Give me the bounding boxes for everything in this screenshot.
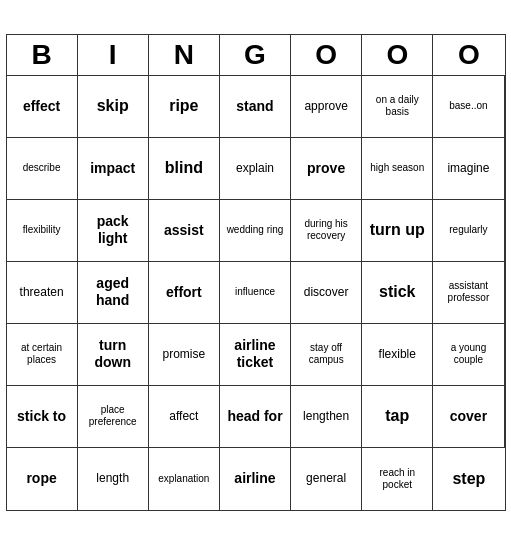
cell-r2-c6: regularly xyxy=(433,200,504,262)
cell-r3-c0: threaten xyxy=(7,262,78,324)
cell-r4-c2: promise xyxy=(149,324,220,386)
header-row: BINGOOO xyxy=(7,35,505,76)
cell-r5-c6: cover xyxy=(433,386,504,448)
cell-r0-c3: stand xyxy=(220,76,291,138)
cell-r4-c4: stay off campus xyxy=(291,324,362,386)
cell-r4-c1: turn down xyxy=(78,324,149,386)
cell-r1-c2: blind xyxy=(149,138,220,200)
cell-r3-c1: aged hand xyxy=(78,262,149,324)
cell-r5-c1: place preference xyxy=(78,386,149,448)
cell-r1-c6: imagine xyxy=(433,138,504,200)
cell-r5-c0: stick to xyxy=(7,386,78,448)
cell-r2-c5: turn up xyxy=(362,200,433,262)
cell-r4-c3: airline ticket xyxy=(220,324,291,386)
cell-r1-c4: prove xyxy=(291,138,362,200)
header-letter-b-0: B xyxy=(7,35,78,75)
header-letter-i-1: I xyxy=(78,35,149,75)
header-letter-g-3: G xyxy=(220,35,291,75)
cell-r6-c6: step xyxy=(433,448,504,510)
cell-r6-c3: airline xyxy=(220,448,291,510)
cell-r6-c2: explanation xyxy=(149,448,220,510)
cell-r5-c2: affect xyxy=(149,386,220,448)
cell-r5-c3: head for xyxy=(220,386,291,448)
cell-r5-c4: lengthen xyxy=(291,386,362,448)
cell-r3-c4: discover xyxy=(291,262,362,324)
cell-r1-c3: explain xyxy=(220,138,291,200)
cell-r2-c2: assist xyxy=(149,200,220,262)
cell-r1-c1: impact xyxy=(78,138,149,200)
cell-r0-c2: ripe xyxy=(149,76,220,138)
cell-r1-c5: high season xyxy=(362,138,433,200)
cell-r6-c1: length xyxy=(78,448,149,510)
header-letter-o-5: O xyxy=(362,35,433,75)
cell-r0-c1: skip xyxy=(78,76,149,138)
header-letter-o-6: O xyxy=(433,35,504,75)
header-letter-o-4: O xyxy=(291,35,362,75)
cell-r4-c6: a young couple xyxy=(433,324,504,386)
cell-r3-c5: stick xyxy=(362,262,433,324)
bingo-grid: effectskipripestandapproveon a daily bas… xyxy=(7,76,505,510)
cell-r3-c2: effort xyxy=(149,262,220,324)
cell-r6-c4: general xyxy=(291,448,362,510)
cell-r5-c5: tap xyxy=(362,386,433,448)
bingo-card: BINGOOO effectskipripestandapproveon a d… xyxy=(6,34,506,511)
cell-r0-c5: on a daily basis xyxy=(362,76,433,138)
cell-r2-c3: wedding ring xyxy=(220,200,291,262)
cell-r2-c1: pack light xyxy=(78,200,149,262)
cell-r1-c0: describe xyxy=(7,138,78,200)
cell-r0-c0: effect xyxy=(7,76,78,138)
cell-r3-c6: assistant professor xyxy=(433,262,504,324)
cell-r6-c5: reach in pocket xyxy=(362,448,433,510)
cell-r2-c0: flexibility xyxy=(7,200,78,262)
cell-r0-c6: base..on xyxy=(433,76,504,138)
header-letter-n-2: N xyxy=(149,35,220,75)
cell-r0-c4: approve xyxy=(291,76,362,138)
cell-r4-c0: at certain places xyxy=(7,324,78,386)
cell-r6-c0: rope xyxy=(7,448,78,510)
cell-r4-c5: flexible xyxy=(362,324,433,386)
cell-r2-c4: during his recovery xyxy=(291,200,362,262)
cell-r3-c3: influence xyxy=(220,262,291,324)
